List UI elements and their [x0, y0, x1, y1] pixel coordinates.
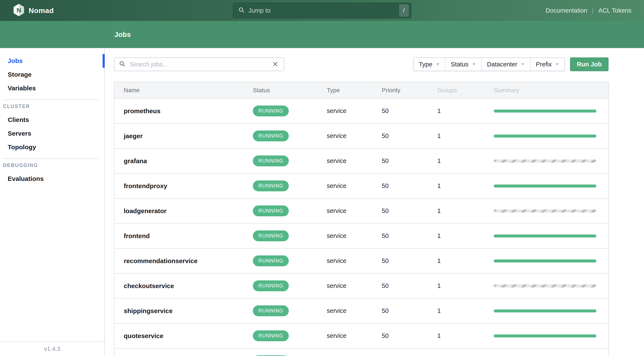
jobs-search-input[interactable]: [129, 61, 271, 68]
sidebar-item-label: Variables: [8, 85, 36, 92]
page-title: Jobs: [114, 30, 131, 39]
nomad-logo-icon: N: [13, 4, 24, 17]
sidebar-section-label: DEBUGGING: [0, 163, 104, 168]
job-groups: 1: [437, 257, 494, 264]
sidebar-item-label: Storage: [8, 71, 32, 78]
column-header-type[interactable]: Type: [327, 87, 382, 94]
run-job-button[interactable]: Run Job: [570, 57, 608, 71]
job-summary-cell: [494, 260, 608, 263]
sidebar-item-jobs[interactable]: Jobs: [0, 54, 104, 68]
status-badge: RUNNING: [253, 130, 289, 141]
sidebar-item-label: Topology: [8, 143, 36, 151]
sidebar-primary-group: Jobs Storage Variables: [0, 54, 104, 95]
job-name: jaeger: [124, 132, 253, 140]
table-row-frontendproxy[interactable]: frontendproxy RUNNING service 50 1: [114, 174, 608, 199]
table-header-row: NameStatusTypePriorityGroupsSummary: [114, 82, 608, 99]
column-header-priority[interactable]: Priority: [382, 87, 437, 94]
brand[interactable]: N Nomad: [13, 0, 54, 21]
sidebar-sections: CLUSTER Clients Servers Topology DEBUGGI…: [0, 99, 104, 186]
jump-to-search[interactable]: /: [233, 2, 412, 18]
job-name: loadgenerator: [124, 207, 253, 215]
nomad-app: N Nomad / Documentation | ACL Tokens Job…: [0, 0, 644, 356]
sidebar-item-label: Servers: [8, 130, 31, 137]
job-status-cell: RUNNING: [253, 255, 327, 266]
job-groups: 1: [437, 307, 494, 314]
job-status-cell: RUNNING: [253, 130, 327, 141]
filter-dropdown-status[interactable]: Status ▼: [445, 58, 481, 71]
active-indicator: [102, 54, 105, 68]
sidebar-item-evaluations[interactable]: Evaluations: [0, 172, 104, 186]
filter-dropdown-datacenter[interactable]: Datacenter ▼: [481, 58, 530, 71]
column-header-name[interactable]: Name: [124, 87, 253, 94]
top-nav-links: Documentation | ACL Tokens: [546, 0, 632, 21]
sidebar-item-clients[interactable]: Clients: [0, 113, 104, 127]
job-name: grafana: [124, 157, 253, 165]
search-icon: [119, 61, 126, 68]
sidebar-section-label: CLUSTER: [0, 104, 104, 109]
job-priority: 50: [382, 282, 437, 289]
job-type: service: [327, 207, 382, 214]
column-header-status[interactable]: Status: [253, 87, 327, 94]
acl-tokens-link[interactable]: ACL Tokens: [598, 7, 632, 14]
job-type: service: [327, 107, 382, 114]
job-summary-cell: [494, 185, 608, 188]
filter-dropdown-type[interactable]: Type ▼: [414, 58, 445, 71]
table-row-checkoutservice[interactable]: checkoutservice RUNNING service 50 1: [114, 274, 608, 299]
sidebar-item-storage[interactable]: Storage: [0, 68, 104, 81]
job-status-cell: RUNNING: [253, 305, 327, 316]
sidebar-divider: [3, 158, 99, 159]
toolbar-right: Type ▼ Status ▼ Datacenter ▼ Prefix ▼ Ru…: [413, 57, 608, 71]
sidebar-item-variables[interactable]: Variables: [0, 81, 104, 95]
sidebar-item-label: Jobs: [8, 57, 23, 64]
sidebar-item-servers[interactable]: Servers: [0, 127, 104, 140]
filter-dropdown-prefix[interactable]: Prefix ▼: [530, 58, 564, 71]
page-header: Jobs: [0, 21, 644, 48]
job-type: service: [327, 282, 382, 289]
sidebar: Jobs Storage Variables CLUSTER Clients S…: [0, 48, 105, 356]
job-groups: 1: [437, 107, 494, 114]
job-status-cell: RUNNING: [253, 205, 327, 216]
job-groups: 1: [437, 132, 494, 139]
table-row-frontend[interactable]: frontend RUNNING service 50 1: [114, 224, 608, 249]
documentation-link[interactable]: Documentation: [546, 7, 587, 14]
job-priority: 50: [382, 157, 437, 164]
table-row-grafana[interactable]: grafana RUNNING service 50 1: [114, 149, 608, 174]
summary-bar: [494, 135, 596, 138]
job-status-cell: RUNNING: [253, 105, 327, 116]
job-priority: 50: [382, 257, 437, 264]
table-row-quoteservice[interactable]: quoteservice RUNNING service 50 1: [114, 324, 608, 349]
job-priority: 50: [382, 132, 437, 139]
jobs-search-box[interactable]: [114, 57, 284, 71]
table-row-loadgenerator[interactable]: loadgenerator RUNNING service 50 1: [114, 199, 608, 224]
table-row-jaeger[interactable]: jaeger RUNNING service 50 1: [114, 124, 608, 149]
clear-search-button[interactable]: [271, 60, 280, 69]
job-groups: 1: [437, 207, 494, 214]
sidebar-item-topology[interactable]: Topology: [0, 140, 104, 154]
job-summary-cell: [494, 235, 608, 238]
job-status-cell: RUNNING: [253, 330, 327, 341]
job-summary-cell: [494, 285, 608, 288]
job-priority: 50: [382, 307, 437, 314]
table-row-productcatalogservice[interactable]: productcatalogservice RUNNING service 50…: [114, 349, 608, 356]
job-type: service: [327, 157, 382, 164]
main-content: Type ▼ Status ▼ Datacenter ▼ Prefix ▼ Ru…: [105, 48, 644, 356]
job-priority: 50: [382, 232, 437, 239]
table-row-shippingservice[interactable]: shippingservice RUNNING service 50 1: [114, 299, 608, 324]
jump-to-input[interactable]: [248, 7, 399, 14]
job-summary-cell: [494, 310, 608, 313]
status-badge: RUNNING: [253, 280, 289, 291]
chevron-down-icon: ▼: [521, 62, 525, 67]
job-type: service: [327, 182, 382, 189]
table-row-prometheus[interactable]: prometheus RUNNING service 50 1: [114, 99, 608, 124]
summary-bar: [494, 160, 596, 163]
job-groups: 1: [437, 182, 494, 189]
job-summary-cell: [494, 110, 608, 112]
job-status-cell: RUNNING: [253, 230, 327, 241]
sidebar-section: DEBUGGING Evaluations: [0, 158, 104, 186]
status-badge: RUNNING: [253, 105, 289, 116]
job-status-cell: RUNNING: [253, 280, 327, 291]
table-row-recommendationservice[interactable]: recommendationservice RUNNING service 50…: [114, 249, 608, 274]
job-name: prometheus: [124, 107, 253, 115]
summary-bar: [494, 210, 596, 213]
job-groups: 1: [437, 232, 494, 239]
